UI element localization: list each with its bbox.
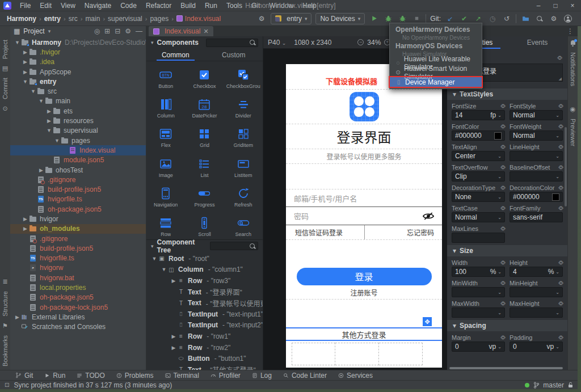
link-icon[interactable]: ⧉ [499,143,507,151]
chevron-closed-icon[interactable]: ▶ [22,69,29,75]
git-push-icon[interactable]: ↗ [473,14,483,24]
design-canvas[interactable]: 登录界面 登录帐号以使用更多服务 邮箱/手机号/用户名 密码 短信验证码登录 [263,49,447,370]
breadcrumb-item-src[interactable]: src [68,15,79,23]
tree-row-build-profile-json5[interactable]: build-profile.json5 [10,243,146,253]
tool-window-button-log[interactable]: Log [247,370,277,380]
tool-button-previewer[interactable]: Previewer [570,119,576,146]
palette-item-image[interactable]: Image [146,153,185,182]
tree-row-resources[interactable]: ▶resources [10,116,146,125]
tree-row-oh-modules[interactable]: ▶oh_modules [10,224,146,234]
link-icon[interactable]: ⧉ [557,123,565,130]
dropdown-item-huawei-smart-vision-simulator[interactable]: ⊙Huawei Smart Vision Simulator [390,68,482,77]
palette-item-datepicker[interactable]: 28DatePicker [185,93,224,123]
chevron-open-icon[interactable]: ▼ [22,79,29,85]
chevron-closed-icon[interactable]: ▶ [170,278,177,284]
history-clock-icon[interactable]: ◷ [487,14,498,24]
tree-row-external-libraries[interactable]: ▶External Libraries [10,312,146,322]
field-select-control[interactable]: Normal⌄ [510,110,563,120]
sms-login-link[interactable]: 短信验证码登录 [286,225,365,239]
palette-item-navigation[interactable]: Navigation [146,182,185,212]
username-input[interactable]: 邮箱/手机号/用户名 [286,189,442,207]
profile-avatar[interactable] [563,14,573,24]
tree-row-supervisual[interactable]: ▼supervisual [10,126,146,136]
component-tree-row-textinput-5[interactable]: ⌷TextInput- "text-input1" [146,309,263,320]
color-swatch[interactable] [552,193,559,201]
device-selector[interactable]: No Devices▾ [315,13,365,24]
git-branch-name[interactable]: master [543,381,564,389]
link-icon[interactable]: ⧉ [499,225,507,233]
login-button[interactable]: 登录 [297,268,432,285]
tool-window-button-code-linter[interactable]: Code Linter [278,370,332,380]
link-icon[interactable]: ⧉ [499,204,507,212]
tree-row-hvigorfile-ts[interactable]: TShvigorfile.ts [10,254,146,263]
color-swatch[interactable] [494,132,502,140]
maximize-button[interactable]: □ [547,0,564,11]
component-tree-row-row-8[interactable]: ▶≡Row- "row2" [146,342,263,353]
field-select-control[interactable]: ⌄ [510,287,563,297]
project-panel-header[interactable]: ▦ Project ▾ ◎ ⊞ ⊟ ⚙ — [10,26,146,36]
palette-item-scroll[interactable]: Scroll [185,212,224,241]
tool-window-button-services[interactable]: Services [333,370,378,380]
chevron-closed-icon[interactable]: ▶ [22,226,29,231]
chevron-open-icon[interactable]: ▼ [30,88,37,94]
tool-button-structure[interactable]: Structure [2,291,9,317]
tool-window-button-profiler[interactable]: Profiler [205,370,246,380]
link-icon[interactable]: ⧉ [499,102,507,110]
component-tree-row-text-10[interactable]: TText- "其他方式登录" [146,364,263,370]
palette-item-button[interactable]: BTNButton [146,64,185,93]
tree-row--gitignore[interactable]: .gitignore [10,175,146,184]
module-selector[interactable]: entry▾ [271,13,311,24]
link-icon[interactable]: ⧉ [557,259,565,267]
field-select-control[interactable]: ⌄ [510,307,563,318]
tool-window-button-todo[interactable]: TODO [71,370,110,380]
profile-button[interactable] [397,14,407,24]
section-header-textstyles[interactable]: ▾TextStyles [447,88,567,100]
field-select-control[interactable]: ⌄ [510,151,563,161]
tree-row-index-visual[interactable]: Index.visual [10,145,146,155]
stop-button[interactable] [411,14,422,24]
link-icon[interactable]: ⧉ [557,184,565,192]
empty-cell[interactable] [335,343,379,365]
tool-button-bookmarks[interactable]: Bookmarks [2,335,9,366]
field-color-control[interactable]: #000000 [510,192,563,202]
tab-custom[interactable]: Custom [205,49,263,61]
chevron-open-icon[interactable]: ▼ [37,98,45,104]
menu-item-code[interactable]: Code [116,1,141,11]
menu-item-refactor[interactable]: Refactor [142,1,175,11]
palette-item-divider[interactable]: Divider [224,93,263,123]
menu-item-edit[interactable]: Edit [36,1,56,11]
component-tree-row-row-2[interactable]: ▶≡Row- "row3" [146,275,263,286]
palette-item-refresh[interactable]: Refresh [224,182,263,212]
field-select-control[interactable]: Normal⌄ [452,212,505,222]
components-search-input[interactable] [206,39,258,47]
search-everywhere-icon[interactable] [534,14,545,24]
section-header-size[interactable]: ▾Size [447,245,567,256]
palette-item-column[interactable]: Column [146,93,185,123]
app-icon-section[interactable] [286,89,442,124]
chevron-closed-icon[interactable]: ▶ [170,345,177,351]
field-select-control[interactable]: ⌄ [452,307,505,318]
tree-row-ets[interactable]: ▶ets [10,106,146,116]
horizontal-scrollbar[interactable] [449,367,563,369]
move-handle-icon[interactable]: ✥ [423,317,432,326]
gear-icon[interactable]: ⚙ [125,27,131,35]
tool-window-button-terminal[interactable]: Terminal [160,370,204,380]
tool-window-button-problems[interactable]: Problems [111,370,159,380]
collapse-all-icon[interactable]: ⊟ [115,27,120,35]
breadcrumb-item-supervisual[interactable]: supervisual [107,15,144,23]
component-tree-row-button-9[interactable]: ⬭Button- "button1" [146,353,263,364]
field-select-control[interactable]: Clip⌄ [452,171,505,182]
tree-row-pages[interactable]: ▼pages [10,136,146,145]
device-file-browser-icon[interactable] [520,14,531,24]
palette-item-griditem[interactable]: GridItem [224,123,263,153]
field-select-control[interactable]: None⌄ [452,192,505,202]
tree-row--idea[interactable]: ▶.idea [10,57,146,67]
tool-window-button-run[interactable]: Run [39,370,70,380]
tree-row-local-properties[interactable]: local.properties [10,283,146,292]
more-options-icon[interactable]: ⋮ [567,27,574,35]
field-unit-control[interactable]: 100%⌄ [452,267,505,277]
link-icon[interactable]: ⧉ [499,279,507,287]
git-update-icon[interactable]: ↙ [445,14,455,24]
eye-off-icon[interactable] [423,212,434,220]
field-select-control[interactable]: Center⌄ [452,151,505,161]
